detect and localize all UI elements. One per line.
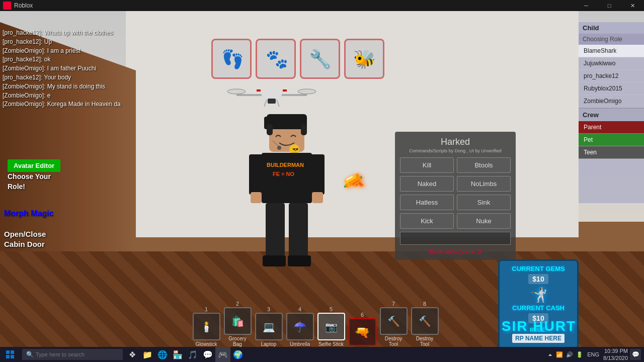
spotify-icon[interactable]: 🎵 [185,347,200,362]
edge-icon[interactable]: 🌐 [155,347,170,362]
umbrella-label: Umbrella [290,341,310,347]
hotbar-slot-umbrella[interactable]: 4 ☂️ Umbrella [285,306,315,347]
notifications-button[interactable]: 💬 [630,349,641,360]
svg-line-11 [277,100,279,107]
svg-rect-37 [11,355,14,358]
slot-num-8: 8 [423,301,426,307]
slot-num-3: 3 [267,306,270,312]
svg-text:🐾: 🐾 [266,48,288,70]
sir-hurt-text: SIR HURT [502,318,576,334]
chat-line-6: [pro_hacke12]: Your body [3,73,174,82]
hotbar-slot-2[interactable]: 🐾 [256,39,296,79]
svg-rect-13 [283,89,287,92]
discord-icon[interactable]: 💬 [200,347,215,362]
svg-text:😎: 😎 [292,146,299,153]
kill-button[interactable]: Kill [400,157,454,173]
svg-line-10 [264,100,267,107]
sink-button[interactable]: Sink [457,195,511,210]
destroy-tool-2-icon[interactable]: 🔨 [411,307,439,335]
svg-text:🔧: 🔧 [309,48,332,70]
role-pet[interactable]: Pet [579,134,644,146]
player-rubyblox2015[interactable]: Rubyblox2015 [579,82,644,95]
avatar-editor-button[interactable]: Avatar Editor [8,159,60,172]
morph-magic-button[interactable]: Morph Magic [0,207,58,220]
svg-point-8 [298,89,316,94]
hotbar-slot-1[interactable]: 👣 [211,39,252,79]
maximize-button[interactable]: □ [598,0,621,11]
svg-rect-35 [11,350,14,354]
chat-box: [pro_hacke12]: Whats up with the clothes… [3,29,174,109]
player-zombieomigo[interactable]: ZombieOmigo [579,95,644,108]
hotbar-slot-laptop[interactable]: 3 💻 Laptop [254,306,284,347]
role-parent[interactable]: Parent [579,121,644,134]
taskbar: 🔍 ❖ 📁 🌐 🏪 🎵 💬 🎮 🌍 ⏶ 📶 🔊 🔋 ENG 10:39 PM 8… [0,347,644,362]
hotbar-slot-destroy1[interactable]: 7 🔨 DestroyTool [378,301,409,347]
volume-icon[interactable]: 🔊 [566,351,573,358]
roblox-taskbar-icon[interactable]: 🎮 [215,347,230,362]
selfie-stick-icon[interactable]: 📷 [317,313,345,340]
naked-button[interactable]: Naked [400,176,454,192]
tray-arrow[interactable]: ⏶ [548,352,553,357]
gems-value: $10 [528,274,548,284]
glowstick-icon[interactable]: 🕯️ [193,313,220,340]
svg-text:FE = NO: FE = NO [273,171,295,177]
clock-date: 8/13/2020 [603,354,628,361]
store-icon[interactable]: 🏪 [170,347,185,362]
svg-rect-18 [301,124,307,135]
hotbar-slot-grocery[interactable]: 2 🛍️ GroceryBag [222,301,253,347]
hotbar-slot-destroy2[interactable]: 8 🔨 DestroyTool [410,301,440,347]
search-bar[interactable]: 🔍 [22,349,123,360]
chat-line-4: [pro_hacke12]: ok [3,55,174,64]
minimize-button[interactable]: ─ [575,0,598,11]
browser-icon-2[interactable]: 🌍 [230,347,246,362]
slot-num-5: 5 [330,306,333,312]
titlebar: Roblox ─ □ ✕ [0,0,644,11]
rp-name-value: RP NAME HERE [512,334,565,343]
cabin-door-button[interactable]: Open/Close Cabin Door [0,227,50,251]
gun-icon[interactable]: 🔫 [349,318,376,346]
grocery-icon[interactable]: 🛍️ [224,307,252,335]
harked-command-input[interactable] [400,232,511,245]
player-blameshark[interactable]: BlameShark [579,45,644,57]
selfie-label: Selfie Stick [318,341,343,347]
nuke-button[interactable]: Nuke [457,213,511,229]
harked-row-2: Naked NoLimbs [400,176,511,192]
harked-title: Harked [400,137,511,147]
close-button[interactable]: ✕ [621,0,644,11]
chat-line-1: [pro_hacke12]: Whats up with the clothes [3,29,174,37]
umbrella-icon[interactable]: ☂️ [286,313,314,340]
svg-rect-28 [251,192,262,203]
destroy-tool-1-icon[interactable]: 🔨 [380,307,408,335]
btools-button[interactable]: Btools [457,157,511,173]
laptop-label: Laptop [261,341,277,347]
hotbar-slot-selfie[interactable]: 5 📷 Selfie Stick [316,306,346,347]
role-teen[interactable]: Teen [579,146,644,159]
player-pro-hacke12[interactable]: pro_hacke12 [579,70,644,82]
window-controls: ─ □ ✕ [575,0,644,11]
start-button[interactable] [0,347,20,362]
choose-role-text: Choose Your Role! [8,172,51,192]
nolimbs-button[interactable]: NoLimbs [457,176,511,192]
svg-rect-23 [262,153,312,203]
search-input[interactable] [36,351,119,357]
svg-point-7 [227,89,246,94]
slot-num-1: 1 [205,306,208,312]
kick-button[interactable]: Kick [400,213,454,229]
player-jujuwkiwwo[interactable]: Jujuwkiwwo [579,57,644,70]
cortana-icon[interactable]: ❖ [125,347,140,362]
file-explorer-icon[interactable]: 📁 [140,347,155,362]
harked-row-4: Kick Nuke [400,213,511,229]
svg-rect-32 [263,255,286,266]
svg-text:👣: 👣 [221,48,244,70]
hotbar-slot-glowstick[interactable]: 1 🕯️ Glowstick [191,306,221,347]
hatless-button[interactable]: Hatless [400,195,454,210]
search-icon: 🔍 [26,351,34,358]
game-viewport[interactable]: [pro_hacke12]: Whats up with the clothes… [0,11,644,362]
hotbar-slot-3[interactable]: 🔧 [300,39,340,79]
chat-line-7: [ZombieOmigo]: My stand is doing this [3,82,174,91]
hotbar-slot-gun[interactable]: 6 🔫 [347,312,377,347]
hotbar-slot-4[interactable]: 🐝 [344,39,384,79]
laptop-icon[interactable]: 💻 [255,313,283,340]
app-icon [3,2,11,10]
system-tray: ⏶ 📶 🔊 🔋 [548,351,583,358]
